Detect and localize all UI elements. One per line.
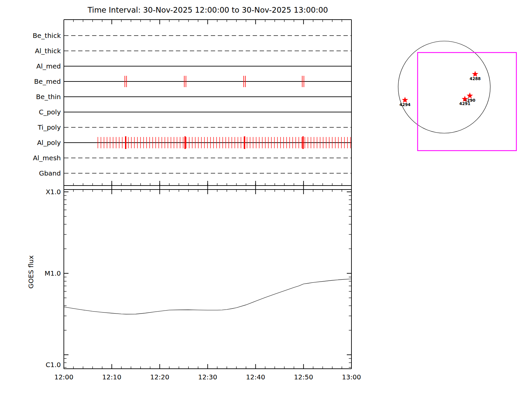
goes-y-tick-label: X1.0 (46, 188, 61, 196)
active-region-star-4288 (472, 71, 478, 77)
goes-flux-curve (64, 279, 351, 314)
filter-label-be_thin: Be_thin (36, 93, 61, 101)
active-region-label-4294: 4294 (399, 102, 410, 107)
filter-label-ti_poly: Ti_poly (38, 123, 61, 131)
x-tick-label: 13:00 (342, 373, 361, 381)
active-region-label-4288: 4288 (469, 76, 480, 81)
x-tick-label: 12:20 (150, 373, 170, 381)
x-tick-label: 12:50 (294, 373, 313, 381)
observation-plan-screen: { "title": "Time Interval: 30-Nov-2025 1… (0, 0, 532, 399)
active-region-label-4291: 4291 (459, 101, 470, 106)
x-tick-label: 12:00 (54, 373, 73, 381)
filter-label-al_med: Al_med (36, 62, 61, 70)
x-tick-label: 12:30 (198, 373, 217, 381)
filter-label-al_thick: Al_thick (35, 47, 61, 55)
filter-label-c_poly: C_poly (39, 108, 61, 116)
observation-timeline-svg: 12:0012:1012:2012:3012:4012:5013:00Be_th… (0, 0, 532, 399)
active-region-star-4294 (402, 97, 408, 103)
filter-label-al_poly: Al_poly (37, 139, 61, 147)
x-tick-label: 12:10 (102, 373, 121, 381)
goes-y-tick-label: M1.0 (45, 269, 61, 277)
filter-label-gband: Gband (39, 169, 61, 177)
x-tick-label: 12:40 (246, 373, 265, 381)
filter-label-be_med: Be_med (34, 77, 61, 85)
active-region-star-4290 (467, 92, 473, 98)
filter-label-al_mesh: Al_mesh (33, 154, 61, 162)
goes-y-tick-label: C1.0 (46, 361, 61, 369)
filter-label-be_thick: Be_thick (33, 32, 61, 40)
solar-disk-circle (398, 41, 490, 133)
